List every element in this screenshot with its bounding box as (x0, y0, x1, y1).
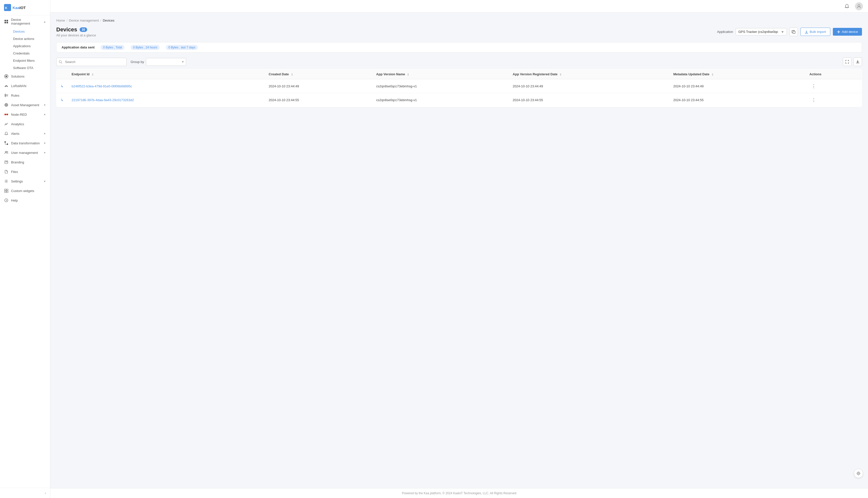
breadcrumb: Home / Device management / Devices (56, 18, 862, 22)
group-by-select[interactable] (146, 58, 186, 66)
sidebar-item-data-transformation[interactable]: Data transformation ▼ (0, 138, 50, 148)
breadcrumb-device-management[interactable]: Device management (69, 18, 99, 22)
col-actions: Actions (805, 69, 862, 79)
sidebar-item-user-management[interactable]: User management ▼ (0, 148, 50, 157)
chevron-down-icon: ▼ (43, 104, 46, 106)
row-expand-0[interactable]: ↳ (56, 79, 68, 93)
floating-settings-button[interactable] (854, 469, 863, 478)
sidebar-item-settings-label: Settings (11, 180, 23, 183)
sidebar-item-asset-management[interactable]: Asset Management ▼ (0, 100, 50, 110)
table-row: ↳ 22197186-397b-4daa-9a43-29c0173263d2 2… (56, 93, 862, 107)
sidebar-item-solutions[interactable]: Solutions (0, 71, 50, 81)
sidebar-sub-device-management: Devices Device actions Applications Cred… (0, 28, 50, 71)
sort-app-version-registered-date-icon[interactable] (559, 73, 562, 76)
copy-icon (792, 30, 796, 34)
copy-button[interactable] (789, 28, 798, 36)
sidebar-item-analytics[interactable]: Analytics (0, 119, 50, 129)
sidebar-item-alerts[interactable]: Alerts ▼ (0, 129, 50, 138)
group-by-wrapper: Group by ▼ (131, 58, 186, 66)
row-actions-0: ⋮ (805, 79, 862, 93)
notification-button[interactable] (843, 2, 851, 10)
sidebar-item-custom-widgets[interactable]: Custom widgets (0, 186, 50, 196)
svg-text:?: ? (6, 199, 7, 202)
sidebar-sub-item-devices[interactable]: Devices (5, 28, 50, 35)
row-actions-button-0[interactable]: ⋮ (809, 82, 818, 90)
row-endpoint-id-0[interactable]: b246f522-b3ea-479d-91e0-06f06b68895c (67, 79, 265, 93)
sidebar-sub-item-software-ota[interactable]: Software OTA (5, 64, 50, 71)
sort-endpoint-id-icon[interactable] (91, 73, 94, 76)
search-input[interactable] (56, 58, 127, 66)
sidebar-bottom: ‹ (0, 488, 50, 498)
svg-rect-15 (4, 141, 6, 143)
logo-icon: K (4, 4, 11, 11)
application-select[interactable]: GPS Tracker (cs2qn8se0qc (736, 28, 787, 35)
stats-7d: 0 Bytes , last 7 days (166, 45, 198, 49)
col-app-version-registered-date-label: App Version Registered Date (513, 72, 557, 76)
sidebar-item-node-red[interactable]: Node-RED ▼ (0, 110, 50, 119)
sidebar-sub-item-endpoint-filters[interactable]: Endpoint filters (5, 57, 50, 64)
col-app-version-name[interactable]: App Version Name (372, 69, 509, 79)
col-endpoint-id[interactable]: Endpoint Id (67, 69, 265, 79)
solutions-icon (4, 74, 9, 79)
fullscreen-icon (845, 60, 849, 64)
breadcrumb-home[interactable]: Home (56, 18, 65, 22)
sidebar-item-files[interactable]: Files (0, 167, 50, 176)
gear-icon (4, 179, 9, 183)
row-app-version-registered-date-1: 2024-10-10 23:44:55 (509, 93, 669, 107)
col-endpoint-id-label: Endpoint Id (72, 72, 89, 76)
sort-app-version-name-icon[interactable] (407, 73, 410, 76)
page-content: Home / Device management / Devices Devic… (50, 13, 868, 488)
add-device-button[interactable]: Add device (833, 28, 862, 36)
application-select-wrapper: GPS Tracker (cs2qn8se0qc ▼ (736, 28, 787, 35)
search-icon (59, 60, 62, 64)
sidebar-item-rules-label: Rules (11, 94, 20, 97)
group-by-label: Group by (131, 60, 144, 64)
floating-gear-icon (856, 471, 861, 476)
chevron-up-icon: ▲ (43, 20, 46, 23)
col-expand (56, 69, 68, 79)
topbar (50, 0, 868, 13)
row-endpoint-id-1[interactable]: 22197186-397b-4daa-9a43-29c0173263d2 (67, 93, 265, 107)
user-avatar[interactable] (855, 2, 863, 10)
logo-text: KaaIOT (13, 5, 26, 10)
sort-created-date-icon[interactable] (291, 73, 293, 76)
endpoint-id-link-0[interactable]: b246f522-b3ea-479d-91e0-06f06b68895c (72, 84, 132, 88)
bell-topbar-icon (844, 4, 850, 9)
sidebar-sub-item-applications[interactable]: Applications (5, 42, 50, 50)
sidebar-item-analytics-label: Analytics (11, 122, 24, 126)
fullscreen-button[interactable] (843, 57, 852, 66)
row-metadata-updated-date-0: 2024-10-10 23:44:49 (669, 79, 805, 93)
col-created-date[interactable]: Created Date (265, 69, 372, 79)
sidebar-item-branding-label: Branding (11, 160, 24, 164)
breadcrumb-current: Devices (103, 18, 114, 22)
sidebar-item-settings[interactable]: Settings ▼ (0, 176, 50, 186)
chevron-down-icon-6: ▼ (43, 180, 46, 183)
group-by-select-wrapper: ▼ (146, 58, 186, 66)
bulk-import-button[interactable]: Bulk import (801, 28, 830, 36)
svg-rect-20 (5, 161, 6, 162)
sidebar-item-custom-widgets-label: Custom widgets (11, 189, 34, 193)
sidebar-sub-item-credentials[interactable]: Credentials (5, 50, 50, 57)
row-expand-1[interactable]: ↳ (56, 93, 68, 107)
sidebar-item-branding[interactable]: Branding (0, 157, 50, 167)
sidebar-sub-item-device-actions[interactable]: Device actions (5, 35, 50, 42)
svg-rect-26 (7, 191, 8, 193)
sidebar-item-node-red-label: Node-RED (11, 113, 27, 117)
sidebar-item-lorawan[interactable]: LoRaWAN (0, 81, 50, 91)
sidebar-item-help[interactable]: ? Help (0, 196, 50, 205)
page-subtitle: All your devices at a glance (56, 34, 96, 37)
row-actions-button-1[interactable]: ⋮ (809, 96, 818, 104)
sidebar-item-files-label: Files (11, 170, 18, 174)
sidebar-collapse-button[interactable]: ‹ (0, 488, 50, 498)
footer-text: Powered by the Kaa platform, © 2024 KaaI… (402, 492, 516, 495)
col-app-version-registered-date[interactable]: App Version Registered Date (509, 69, 669, 79)
col-metadata-updated-date-label: Metadata Updated Date (673, 72, 710, 76)
sort-metadata-updated-date-icon[interactable] (711, 73, 714, 76)
search-wrapper (56, 58, 127, 66)
sidebar-item-rules[interactable]: Rules (0, 91, 50, 100)
col-metadata-updated-date[interactable]: Metadata Updated Date (669, 69, 805, 79)
download-button[interactable] (853, 57, 862, 66)
stats-total-value: 0 Bytes , Total (101, 45, 124, 50)
endpoint-id-link-1[interactable]: 22197186-397b-4daa-9a43-29c0173263d2 (72, 98, 134, 102)
sidebar-item-device-management[interactable]: Device management ▲ (0, 15, 50, 28)
